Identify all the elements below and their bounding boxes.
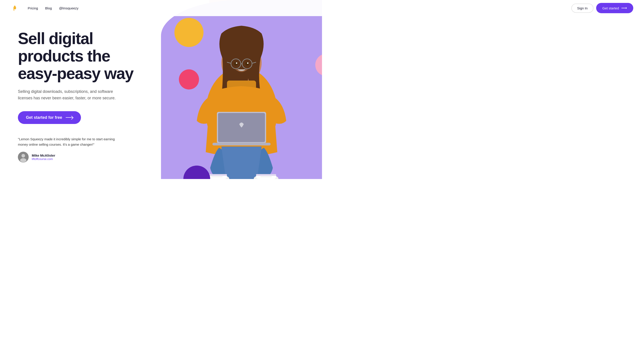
hero-person [186, 18, 298, 179]
logo[interactable] [11, 4, 19, 12]
author-name: Mike McAlister [32, 154, 55, 157]
svg-point-13 [247, 63, 248, 64]
author-info: Mike McAlister liftoffcourse.com [32, 154, 55, 161]
testimonial: "Lemon Squeezy made it incredibly simple… [18, 137, 121, 162]
nav-pricing[interactable]: Pricing [28, 6, 38, 10]
nav-links: Pricing Blog @lmsqueezy [28, 6, 322, 10]
cta-label: Get started for free [26, 115, 62, 120]
author-website: liftoffcourse.com [32, 157, 55, 161]
hero-right [161, 0, 322, 179]
svg-rect-27 [256, 174, 276, 176]
testimonial-quote: "Lemon Squeezy made it incredibly simple… [18, 137, 121, 147]
circle-pink [179, 69, 199, 90]
testimonial-author: Mike McAlister liftoffcourse.com [18, 152, 121, 162]
cta-arrow [66, 117, 73, 118]
avatar-initials [18, 152, 28, 162]
avatar [18, 152, 28, 162]
hero-title: Sell digital products the easy-peasy way [18, 30, 150, 82]
cta-button[interactable]: Get started for free [18, 111, 81, 124]
svg-rect-17 [212, 143, 270, 145]
nav-twitter[interactable]: @lmsqueezy [59, 6, 78, 10]
svg-point-2 [20, 158, 26, 162]
hero-section: Sell digital products the easy-peasy way… [0, 0, 322, 179]
svg-point-11 [245, 62, 249, 66]
svg-point-12 [236, 63, 237, 64]
hero-subtitle: Selling digital downloads, subscriptions… [18, 88, 116, 101]
navbar: Pricing Blog @lmsqueezy Sign In Get star… [0, 0, 322, 16]
circle-yellow [174, 18, 204, 47]
svg-rect-26 [207, 174, 227, 176]
hero-left: Sell digital products the easy-peasy way… [0, 0, 161, 179]
svg-point-1 [22, 154, 25, 158]
nav-blog[interactable]: Blog [45, 6, 52, 10]
svg-point-10 [234, 62, 238, 66]
